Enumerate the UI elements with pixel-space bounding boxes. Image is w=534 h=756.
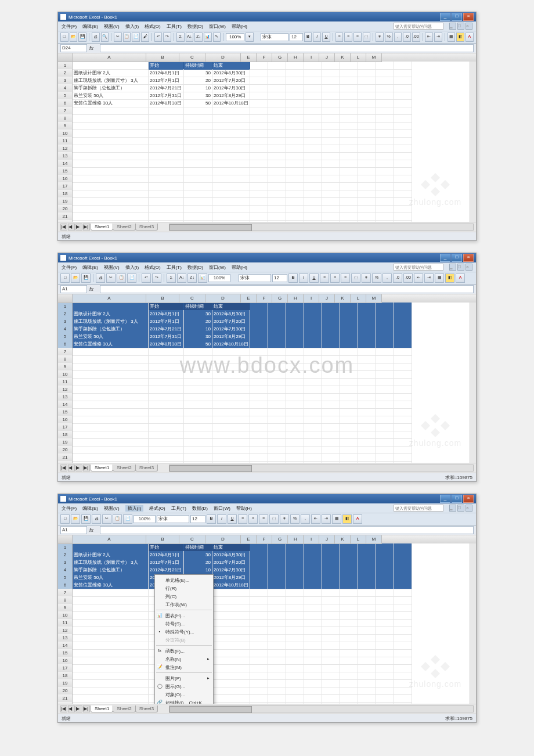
cell[interactable] xyxy=(340,657,358,665)
cell[interactable]: 2012年8月30日 xyxy=(149,99,184,107)
cell[interactable] xyxy=(304,604,322,612)
cell[interactable] xyxy=(149,145,184,153)
cell[interactable] xyxy=(340,378,358,386)
cell[interactable] xyxy=(73,152,149,160)
cell[interactable] xyxy=(358,687,376,695)
row-header[interactable]: 14 xyxy=(58,642,73,650)
maximize-button[interactable]: □ xyxy=(452,13,462,21)
cell[interactable] xyxy=(286,318,304,326)
cell[interactable] xyxy=(394,175,412,183)
tab-prev-icon[interactable]: ◀ xyxy=(68,705,75,712)
merge-icon[interactable]: ⬚ xyxy=(351,273,360,283)
cell[interactable] xyxy=(340,619,358,627)
percent-icon[interactable]: % xyxy=(372,273,381,283)
column-header-H[interactable]: H xyxy=(288,53,304,62)
cell[interactable] xyxy=(268,438,286,447)
cell[interactable] xyxy=(250,213,268,221)
cell[interactable] xyxy=(149,378,184,386)
cell[interactable] xyxy=(358,453,376,462)
row-header[interactable]: 3 xyxy=(58,77,73,85)
cell[interactable] xyxy=(268,664,286,672)
row-header[interactable]: 12 xyxy=(58,386,73,394)
cell[interactable] xyxy=(286,559,304,567)
cell[interactable] xyxy=(394,122,412,130)
cell[interactable] xyxy=(268,99,286,107)
cell[interactable] xyxy=(212,160,250,168)
cell[interactable] xyxy=(358,657,376,665)
save-icon[interactable]: 💾 xyxy=(81,514,91,524)
row-header[interactable]: 4 xyxy=(58,566,73,574)
cell[interactable] xyxy=(286,92,304,100)
cell[interactable] xyxy=(286,687,304,695)
sheet-tab-3[interactable]: Sheet3 xyxy=(135,224,158,231)
cell[interactable] xyxy=(212,182,250,190)
cell[interactable] xyxy=(340,543,358,552)
cell[interactable] xyxy=(250,634,268,642)
inc-indent-icon[interactable]: ⇥ xyxy=(322,514,331,524)
cell[interactable] xyxy=(268,596,286,604)
cell[interactable] xyxy=(340,566,358,574)
zoom-combo[interactable]: 100% xyxy=(226,33,244,41)
cell[interactable] xyxy=(304,581,322,589)
cell[interactable] xyxy=(184,190,212,198)
cell[interactable] xyxy=(340,348,358,356)
cell[interactable] xyxy=(268,378,286,386)
formula-bar[interactable] xyxy=(100,285,474,293)
cell[interactable] xyxy=(322,596,340,604)
cell[interactable] xyxy=(322,416,340,424)
cell[interactable] xyxy=(304,355,322,363)
cell[interactable] xyxy=(268,589,286,597)
cell[interactable] xyxy=(286,423,304,431)
column-header-B[interactable]: B xyxy=(146,53,179,62)
cell[interactable] xyxy=(212,137,250,145)
cell[interactable] xyxy=(358,152,376,160)
doc-close-button[interactable]: × xyxy=(466,264,472,271)
cell[interactable] xyxy=(394,687,412,695)
cell[interactable] xyxy=(73,355,149,363)
font-size-combo[interactable]: 12 xyxy=(290,33,303,41)
cell[interactable] xyxy=(212,687,250,695)
cell[interactable] xyxy=(358,160,376,168)
cell[interactable] xyxy=(149,423,184,431)
cell[interactable] xyxy=(322,175,340,183)
cell[interactable]: 施工现场放线（测量尺寸） 3人 xyxy=(73,559,149,567)
column-header-F[interactable]: F xyxy=(257,294,272,303)
cell[interactable] xyxy=(394,303,412,311)
column-header-L[interactable]: L xyxy=(351,535,366,544)
cell[interactable] xyxy=(286,657,304,665)
tab-next-icon[interactable]: ▶ xyxy=(75,224,82,231)
cell[interactable] xyxy=(212,642,250,650)
cell[interactable] xyxy=(322,152,340,160)
cell[interactable] xyxy=(184,431,212,439)
cell[interactable] xyxy=(340,197,358,206)
cell[interactable] xyxy=(304,461,322,463)
cell[interactable] xyxy=(73,657,149,665)
cell[interactable]: 30 xyxy=(184,333,212,341)
align-left-icon[interactable]: ≡ xyxy=(335,33,344,42)
column-header-A[interactable]: A xyxy=(73,535,146,544)
cell[interactable] xyxy=(322,355,340,363)
cell[interactable] xyxy=(286,408,304,416)
cell[interactable] xyxy=(340,642,358,650)
cell[interactable] xyxy=(340,393,358,401)
cell[interactable] xyxy=(358,69,376,77)
cell[interactable] xyxy=(376,408,394,416)
cell[interactable] xyxy=(322,408,340,416)
cell[interactable] xyxy=(358,114,376,123)
print-icon[interactable]: 🖨 xyxy=(92,33,100,42)
cell[interactable] xyxy=(322,69,340,77)
cell[interactable] xyxy=(250,679,268,687)
currency-icon[interactable]: ¥ xyxy=(280,514,289,524)
chart-wizard-icon[interactable]: 📊 xyxy=(198,273,207,283)
inc-indent-icon[interactable]: ⇥ xyxy=(424,273,434,283)
cell[interactable] xyxy=(394,348,412,356)
cell[interactable]: 2012年6月1日 xyxy=(149,551,184,559)
row-header[interactable]: 7 xyxy=(58,589,73,597)
column-headers[interactable]: ABCDEFGHIJKLM xyxy=(58,535,476,543)
tab-first-icon[interactable]: |◀ xyxy=(60,465,67,471)
cell[interactable] xyxy=(376,77,394,85)
vertical-scrollbar[interactable] xyxy=(470,53,476,222)
cell[interactable] xyxy=(149,401,184,409)
cell[interactable] xyxy=(358,611,376,620)
cell[interactable]: 2012年7月31日 xyxy=(149,333,184,341)
